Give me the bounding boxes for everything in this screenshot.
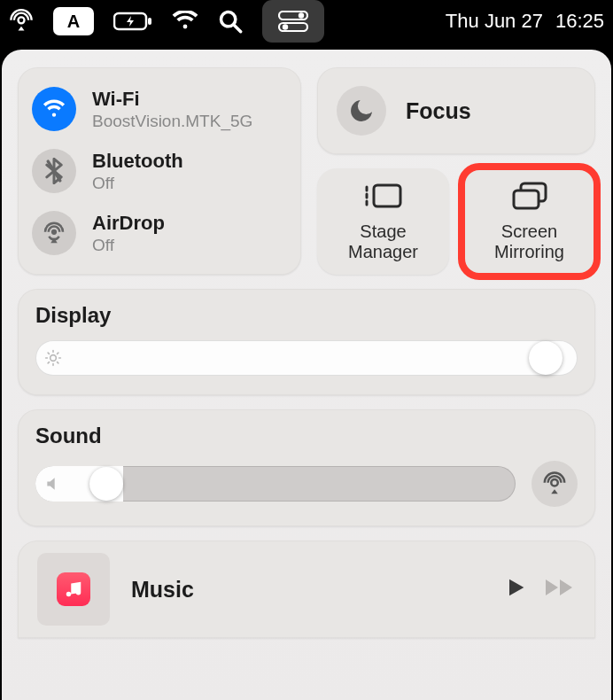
screen-mirroring-button[interactable]: Screen Mirroring bbox=[463, 168, 595, 275]
next-track-button[interactable] bbox=[544, 577, 576, 602]
airplay-audio-button[interactable] bbox=[532, 461, 578, 507]
battery-icon[interactable] bbox=[113, 11, 152, 32]
svg-point-10 bbox=[51, 229, 57, 235]
display-title: Display bbox=[35, 303, 578, 328]
airdrop-icon bbox=[32, 211, 76, 255]
menubar-date: Thu Jun 27 bbox=[446, 10, 543, 33]
svg-rect-16 bbox=[514, 191, 539, 208]
control-center-panel: Wi-Fi BoostVision.MTK_5G Bluetooth Off bbox=[2, 50, 611, 700]
svg-rect-2 bbox=[148, 18, 151, 25]
menubar: A Thu Jun 27 16:25 bbox=[0, 0, 613, 43]
brightness-slider[interactable] bbox=[35, 340, 578, 376]
screen-mirroring-label: Screen Mirroring bbox=[494, 222, 564, 262]
control-center-icon[interactable] bbox=[262, 0, 324, 43]
brightness-thumb[interactable] bbox=[529, 341, 563, 375]
svg-rect-14 bbox=[374, 185, 400, 206]
bluetooth-status: Off bbox=[92, 174, 183, 193]
album-art bbox=[37, 553, 110, 626]
play-button[interactable] bbox=[503, 575, 528, 603]
wifi-icon bbox=[32, 87, 76, 131]
svg-point-6 bbox=[299, 12, 304, 18]
menubar-left: A bbox=[9, 0, 324, 43]
svg-line-25 bbox=[58, 353, 58, 354]
moon-icon bbox=[337, 86, 386, 136]
screen-mirroring-icon bbox=[510, 181, 549, 214]
menubar-clock[interactable]: Thu Jun 27 16:25 bbox=[446, 10, 604, 33]
focus-button[interactable]: Focus bbox=[317, 67, 595, 154]
svg-point-17 bbox=[50, 355, 57, 362]
input-source-indicator[interactable]: A bbox=[53, 7, 94, 35]
volume-slider[interactable] bbox=[35, 466, 516, 502]
focus-label: Focus bbox=[406, 98, 471, 124]
connectivity-card: Wi-Fi BoostVision.MTK_5G Bluetooth Off bbox=[18, 67, 301, 275]
wifi-title: Wi-Fi bbox=[92, 88, 252, 111]
bluetooth-icon bbox=[32, 149, 76, 193]
wifi-toggle[interactable]: Wi-Fi BoostVision.MTK_5G bbox=[32, 78, 287, 140]
svg-point-8 bbox=[283, 24, 288, 29]
menubar-time: 16:25 bbox=[555, 10, 604, 33]
svg-line-24 bbox=[48, 362, 49, 363]
svg-point-0 bbox=[19, 17, 25, 23]
sound-title: Sound bbox=[35, 424, 578, 448]
airdrop-title: AirDrop bbox=[92, 212, 165, 235]
svg-line-22 bbox=[48, 353, 49, 354]
airdrop-toggle[interactable]: AirDrop Off bbox=[32, 202, 287, 264]
svg-point-3 bbox=[221, 12, 236, 27]
wifi-menu-icon[interactable] bbox=[172, 11, 198, 32]
svg-line-23 bbox=[58, 362, 58, 363]
stage-manager-icon bbox=[363, 181, 404, 214]
bluetooth-toggle[interactable]: Bluetooth Off bbox=[32, 140, 287, 202]
airplay-menu-icon[interactable] bbox=[9, 9, 34, 34]
sun-icon bbox=[44, 349, 62, 367]
music-app-icon bbox=[57, 572, 90, 606]
speaker-icon bbox=[44, 475, 62, 493]
stage-manager-button[interactable]: Stage Manager bbox=[317, 168, 449, 275]
svg-point-26 bbox=[551, 479, 558, 486]
bluetooth-title: Bluetooth bbox=[92, 150, 183, 173]
now-playing-card: Music bbox=[18, 541, 595, 638]
sound-card: Sound bbox=[18, 409, 595, 526]
spotlight-icon[interactable] bbox=[218, 9, 243, 34]
display-card: Display bbox=[18, 289, 595, 395]
airdrop-status: Off bbox=[92, 236, 165, 255]
wifi-network-name: BoostVision.MTK_5G bbox=[92, 112, 252, 131]
volume-thumb[interactable] bbox=[89, 467, 123, 501]
stage-manager-label: Stage Manager bbox=[348, 222, 418, 262]
svg-line-4 bbox=[235, 26, 241, 32]
music-title: Music bbox=[131, 577, 482, 603]
